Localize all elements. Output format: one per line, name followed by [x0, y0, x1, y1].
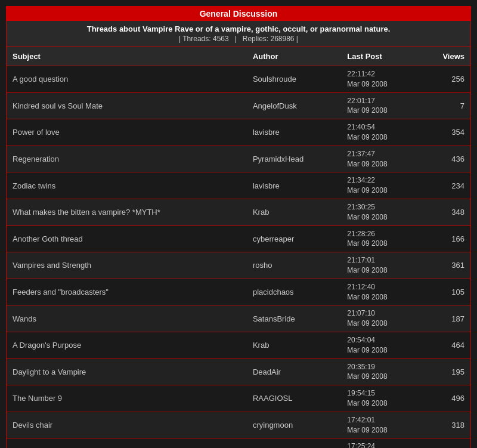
table-header-row: Subject Author Last Post Views — [7, 47, 470, 66]
forum-header: General Discussion — [7, 7, 470, 21]
thread-subject: Feeders and "broadcasters" — [7, 279, 247, 305]
table-row: Another Goth threadcyberreaper21:28:26Ma… — [7, 225, 470, 252]
thread-views: 436 — [420, 146, 470, 172]
thread-author: Krab — [247, 199, 341, 225]
thread-lastpost: 19:54:15Mar 09 2008 — [341, 385, 419, 412]
thread-subject-link[interactable]: Wands — [13, 314, 36, 323]
thread-subject-link[interactable]: Vampires and Strength — [13, 261, 91, 270]
thread-subject-link[interactable]: A Dragon's Purpose — [13, 341, 81, 350]
forum-description: Threads about Vampire Rave or of a vampi… — [7, 21, 470, 47]
thread-subject: Another Goth thread — [7, 225, 247, 252]
thread-author: SatansBride — [247, 305, 341, 332]
thread-author: Soulshroude — [247, 66, 341, 93]
table-row: Power of lovelavisbre21:40:54Mar 09 2008… — [7, 119, 470, 146]
table-row: Zodiac twinslavisbre21:34:22Mar 09 20082… — [7, 172, 470, 199]
thread-subject-link[interactable]: Daylight to a Vampire — [13, 367, 86, 376]
thread-author: cyberreaper — [247, 225, 341, 252]
thread-subject-link[interactable]: Zodiac twins — [13, 181, 55, 190]
thread-views: 348 — [420, 199, 470, 225]
thread-views: 318 — [420, 412, 470, 438]
thread-subject-link[interactable]: Regeneration — [13, 155, 59, 163]
thread-subject-link[interactable]: Kindred soul vs Soul Mate — [13, 101, 103, 110]
forum-desc-text: Threads about Vampire Rave or of a vampi… — [11, 24, 466, 33]
thread-subject-link[interactable]: Another Goth thread — [13, 234, 83, 243]
thread-views: 234 — [420, 172, 470, 199]
thread-subject: A Dragon's Purpose — [7, 332, 247, 359]
thread-author: lavisbre — [247, 119, 341, 146]
thread-subject: Zodiac twins — [7, 172, 247, 199]
thread-author: DeadAir — [247, 359, 341, 385]
col-header-author: Author — [247, 47, 341, 66]
replies-count: 268986 — [270, 35, 294, 43]
col-header-subject: Subject — [7, 47, 247, 66]
thread-lastpost: 17:42:01Mar 09 2008 — [341, 412, 419, 438]
thread-lastpost: 17:25:24Mar 09 2008 — [341, 438, 419, 448]
thread-views: 187 — [420, 305, 470, 332]
table-row: Vampires and Strengthrosho21:17:01Mar 09… — [7, 252, 470, 279]
thread-subject: Skepticism and the Occult — [7, 438, 247, 448]
thread-author: RAAGIOSL — [247, 385, 341, 412]
thread-lastpost: 21:37:47Mar 09 2008 — [341, 146, 419, 172]
thread-author: AngelofDusk — [247, 92, 341, 119]
table-row: The Number 9RAAGIOSL19:54:15Mar 09 20084… — [7, 385, 470, 412]
thread-subject-link[interactable]: A good question — [13, 75, 68, 84]
thread-subject-link[interactable]: Feeders and "broadcasters" — [13, 288, 109, 296]
thread-views: 166 — [420, 225, 470, 252]
thread-subject-link[interactable]: Power of love — [13, 128, 60, 137]
thread-author: rosho — [247, 252, 341, 279]
threads-table: Subject Author Last Post Views A good qu… — [7, 47, 470, 448]
thread-lastpost: 21:12:40Mar 09 2008 — [341, 279, 419, 305]
table-row: RegenerationPyramidxHead21:37:47Mar 09 2… — [7, 146, 470, 172]
thread-subject: Daylight to a Vampire — [7, 359, 247, 385]
thread-views: 105 — [420, 279, 470, 305]
thread-author: lavisbre — [247, 172, 341, 199]
thread-lastpost: 21:17:01Mar 09 2008 — [341, 252, 419, 279]
page-wrapper: General Discussion Threads about Vampire… — [6, 6, 471, 448]
table-row: WandsSatansBride21:07:10Mar 09 2008187 — [7, 305, 470, 332]
threads-label: Threads: — [182, 35, 210, 43]
table-row: Kindred soul vs Soul MateAngelofDusk22:0… — [7, 92, 470, 119]
thread-lastpost: 21:07:10Mar 09 2008 — [341, 305, 419, 332]
table-row: A good questionSoulshroude22:11:42Mar 09… — [7, 66, 470, 93]
table-row: Skepticism and the OccultDrakontion17:25… — [7, 438, 470, 448]
threads-count: 4563 — [213, 35, 229, 43]
thread-lastpost: 20:35:19Mar 09 2008 — [341, 359, 419, 385]
thread-views: 7 — [420, 92, 470, 119]
thread-views: 361 — [420, 252, 470, 279]
thread-subject-link[interactable]: The Number 9 — [13, 394, 62, 403]
table-row: Feeders and "broadcasters"placidchaos21:… — [7, 279, 470, 305]
thread-author: placidchaos — [247, 279, 341, 305]
forum-stats: | Threads: 4563 | Replies: 268986 | — [11, 35, 466, 43]
col-header-views: Views — [420, 47, 470, 66]
thread-subject: Power of love — [7, 119, 247, 146]
thread-subject: A good question — [7, 66, 247, 93]
thread-views: 256 — [420, 66, 470, 93]
thread-lastpost: 20:54:04Mar 09 2008 — [341, 332, 419, 359]
thread-views: 464 — [420, 332, 470, 359]
table-row: What makes the bitten a vampire? *MYTH*K… — [7, 199, 470, 225]
thread-views: 450 — [420, 438, 470, 448]
forum-container: General Discussion Threads about Vampire… — [6, 6, 471, 448]
col-header-lastpost: Last Post — [341, 47, 419, 66]
thread-author: Krab — [247, 332, 341, 359]
thread-subject: The Number 9 — [7, 385, 247, 412]
thread-subject: Kindred soul vs Soul Mate — [7, 92, 247, 119]
thread-lastpost: 21:28:26Mar 09 2008 — [341, 225, 419, 252]
thread-subject: What makes the bitten a vampire? *MYTH* — [7, 199, 247, 225]
table-row: Devils chaircryingmoon17:42:01Mar 09 200… — [7, 412, 470, 438]
thread-author: Drakontion — [247, 438, 341, 448]
thread-subject-link[interactable]: What makes the bitten a vampire? *MYTH* — [13, 208, 160, 217]
thread-lastpost: 21:30:25Mar 09 2008 — [341, 199, 419, 225]
thread-subject-link[interactable]: Devils chair — [13, 421, 52, 430]
thread-subject: Regeneration — [7, 146, 247, 172]
thread-lastpost: 21:34:22Mar 09 2008 — [341, 172, 419, 199]
thread-lastpost: 21:40:54Mar 09 2008 — [341, 119, 419, 146]
thread-views: 354 — [420, 119, 470, 146]
replies-label: Replies: — [243, 35, 268, 43]
thread-lastpost: 22:01:17Mar 09 2008 — [341, 92, 419, 119]
thread-views: 496 — [420, 385, 470, 412]
thread-subject: Wands — [7, 305, 247, 332]
table-row: Daylight to a VampireDeadAir20:35:19Mar … — [7, 359, 470, 385]
thread-lastpost: 22:11:42Mar 09 2008 — [341, 66, 419, 93]
thread-subject: Vampires and Strength — [7, 252, 247, 279]
